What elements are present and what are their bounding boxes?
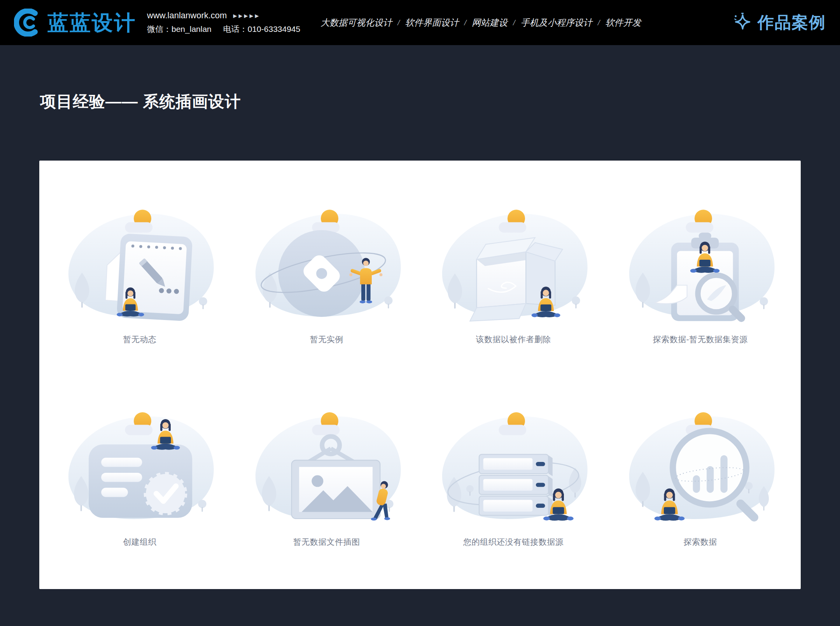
nav-item-website[interactable]: 网站建设	[472, 17, 508, 29]
phone-contact: 电话：010-63334945	[223, 24, 300, 35]
gallery-caption: 您的组织还没有链接数据源	[463, 537, 564, 547]
gallery-caption: 该数据以被作者删除	[476, 334, 551, 345]
gallery-item: 探索数据	[607, 375, 794, 577]
arrows-decor: ▶▶▶▶▶	[233, 13, 260, 19]
search-chart-illustration	[616, 405, 784, 530]
gallery-item: 暂无动态	[46, 172, 233, 375]
nav-separator: /	[598, 18, 600, 27]
lanlan-logo-icon	[14, 9, 42, 37]
sparkle-star-icon	[732, 12, 752, 33]
wechat-contact: 微信：ben_lanlan	[147, 24, 212, 35]
illustration-gallery-card: 暂无动态 暂无实例	[39, 161, 801, 589]
brand-logo[interactable]: 蓝蓝设计	[14, 9, 136, 37]
nav-item-software-dev[interactable]: 软件开发	[605, 17, 641, 29]
checklist-card-illustration	[56, 405, 224, 530]
nav-item-software-ui[interactable]: 软件界面设计	[405, 17, 459, 29]
gallery-item: 暂无数据文件插图	[233, 375, 420, 577]
top-header-bar: 蓝蓝设计 www.lanlanwork.com ▶▶▶▶▶ 微信：ben_lan…	[0, 0, 840, 45]
gallery-caption: 暂无动态	[123, 334, 156, 345]
gallery-caption: 探索数据-暂无数据集资源	[653, 334, 748, 345]
compass-disc-illustration	[243, 203, 411, 328]
portfolio-cases-link[interactable]: 作品案例	[732, 12, 826, 33]
nav-separator: /	[464, 18, 467, 27]
nav-separator: /	[513, 18, 515, 27]
portfolio-cases-label: 作品案例	[758, 12, 826, 33]
server-stack-illustration	[429, 405, 597, 530]
gallery-caption: 暂无数据文件插图	[293, 537, 360, 547]
picture-frame-illustration	[243, 405, 411, 530]
gallery-caption: 暂无实例	[310, 334, 343, 345]
services-nav: 大数据可视化设计 / 软件界面设计 / 网站建设 / 手机及小程序设计 / 软件…	[320, 17, 641, 29]
nav-separator: /	[397, 18, 400, 27]
gallery-item: 创建组织	[46, 375, 233, 577]
gallery-item: 该数据以被作者删除	[420, 172, 607, 375]
gallery-item: 探索数据-暂无数据集资源	[607, 172, 794, 375]
gallery-caption: 探索数据	[684, 537, 717, 547]
nav-item-mobile-miniapp[interactable]: 手机及小程序设计	[521, 17, 592, 29]
website-link[interactable]: www.lanlanwork.com	[147, 10, 227, 21]
notepad-pencil-illustration	[56, 203, 224, 328]
contact-block: www.lanlanwork.com ▶▶▶▶▶ 微信：ben_lanlan 电…	[147, 10, 300, 35]
brand-name: 蓝蓝设计	[47, 12, 136, 33]
nav-item-bigdata[interactable]: 大数据可视化设计	[320, 17, 392, 29]
clipboard-search-illustration	[616, 203, 784, 328]
gallery-item: 暂无实例	[233, 172, 420, 375]
page-title: 项目经验—— 系统插画设计	[40, 91, 840, 112]
gallery-caption: 创建组织	[123, 537, 156, 547]
open-box-illustration	[429, 203, 597, 328]
gallery-item: 您的组织还没有链接数据源	[420, 375, 607, 577]
